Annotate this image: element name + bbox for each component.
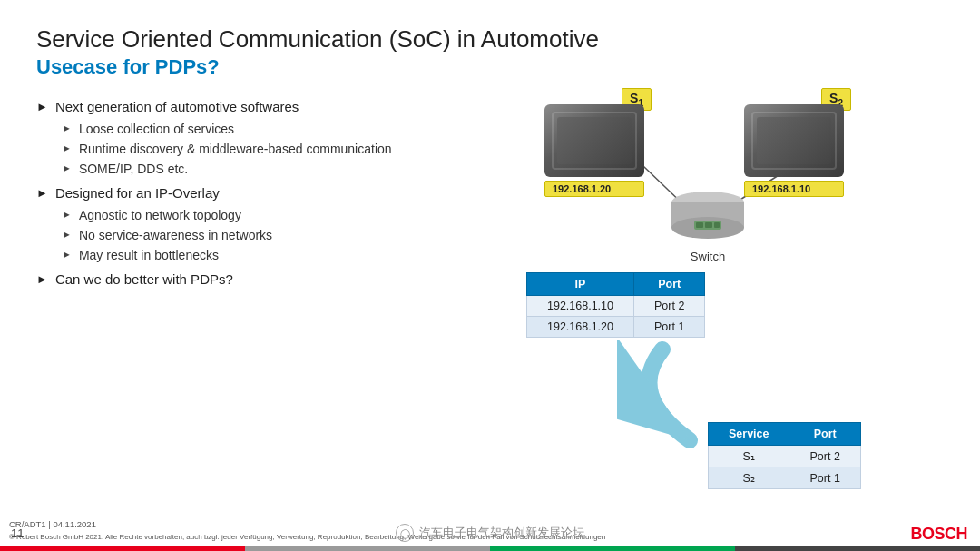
left-column: ► Next generation of automotive software…	[36, 95, 508, 540]
ip-table-row2-ip: 192.168.1.20	[527, 317, 634, 338]
bullet-group-2: ► Designed for an IP-Overlay ► Agnostic …	[36, 185, 508, 262]
svg-rect-13	[794, 130, 817, 136]
svg-point-15	[773, 148, 779, 153]
arrow-icon-l2-4: ►	[62, 209, 72, 220]
arrow-icon-l2-2: ►	[62, 143, 72, 153]
ip-port-table: IP Port 192.168.1.10 Port 2 192.168.1.20…	[526, 272, 705, 338]
switch-icon	[667, 186, 749, 241]
bullet-group-3: ► Can we do better with PDPs?	[36, 271, 508, 287]
bullet-l2-1-2: ► Runtime discovery & middleware-based c…	[62, 142, 508, 156]
arrow-icon-l2-3: ►	[62, 162, 72, 173]
forum-icon: ◯	[396, 524, 414, 542]
arrow-icon-l2-1: ►	[62, 123, 72, 133]
service-table-row-2: S₂ Port 1	[709, 467, 861, 489]
footer-center: ◯ 汽车电子电气架构创新发展论坛	[396, 524, 584, 542]
footer-bar-darkgray	[735, 546, 980, 551]
slide-subtitle: Usecase for PDPs?	[36, 55, 944, 79]
bosch-logo: BOSCH	[910, 525, 967, 544]
footer: CR/ADT1 | 04.11.2021 © Robert Bosch GmbH…	[0, 517, 980, 551]
arrow-icon-l2-6: ►	[62, 249, 72, 260]
bullet-l2-2-2-text: No service-awareness in networks	[79, 228, 272, 242]
svg-rect-14	[794, 139, 817, 145]
svg-rect-5	[594, 130, 617, 136]
footer-bar-gray	[245, 546, 490, 551]
svg-rect-12	[771, 130, 789, 143]
service-table-row-1: S₁ Port 2	[709, 446, 861, 467]
ip-table-header-port: Port	[634, 273, 705, 296]
arrow-icon-3: ►	[36, 272, 48, 286]
slide-number: 11	[11, 526, 24, 540]
svg-rect-17	[808, 146, 815, 151]
bullet-l1-1-text: Next generation of automotive softwares	[55, 99, 299, 114]
slide: Service Oriented Communication (SoC) in …	[0, 0, 980, 551]
bullet-l1-3: ► Can we do better with PDPs?	[36, 271, 508, 287]
bullet-l1-1: ► Next generation of automotive software…	[36, 99, 508, 114]
bullet-l2-2-1: ► Agnostic to network topology	[62, 208, 508, 222]
ecu1-ip: 192.168.1.20	[544, 181, 644, 197]
service-port-table: Service Port S₁ Port 2 S₂ Port 1	[708, 422, 861, 489]
svg-rect-22	[696, 222, 703, 228]
bullet-l2-1-2-text: Runtime discovery & middleware-based com…	[79, 142, 392, 156]
ip-table-row1-ip: 192.168.1.10	[527, 296, 634, 317]
bullet-l2-1-3: ► SOME/IP, DDS etc.	[62, 162, 508, 176]
svg-rect-10	[762, 121, 826, 162]
ecu2: S2 192.168.	[744, 104, 844, 197]
svg-rect-23	[705, 222, 712, 228]
bullet-l2-2-3: ► May result in bottlenecks	[62, 248, 508, 262]
ip-table-row-2: 192.168.1.20 Port 1	[527, 317, 705, 338]
ip-table-header-ip: IP	[527, 273, 634, 296]
bullet-l1-3-text: Can we do better with PDPs?	[55, 271, 233, 287]
slide-title: Service Oriented Communication (SoC) in …	[36, 25, 944, 54]
svg-point-7	[573, 148, 579, 153]
arrow-icon-2: ►	[36, 186, 48, 200]
footer-color-bar	[0, 546, 980, 551]
svg-rect-24	[714, 222, 720, 228]
bullet-l2-2-1-text: Agnostic to network topology	[79, 208, 241, 222]
bullet-l2-1-1-text: Loose collection of services	[79, 122, 234, 136]
service-table-row2-port: Port 1	[789, 467, 860, 489]
ip-table-row-1: 192.168.1.10 Port 2	[527, 296, 705, 317]
content-area: ► Next generation of automotive software…	[36, 95, 944, 540]
right-column: S1 192.168.	[526, 95, 962, 540]
ecu2-ip: 192.168.1.10	[744, 181, 844, 197]
network-switch: Switch	[667, 186, 749, 263]
service-table-row1-port: Port 2	[789, 446, 860, 467]
svg-rect-6	[594, 139, 617, 145]
service-table-row1-service: S₁	[709, 446, 789, 467]
forum-text: 汽车电子电气架构创新发展论坛	[419, 525, 584, 541]
ecu1: S1 192.168.	[544, 104, 644, 197]
bullet-l1-2: ► Designed for an IP-Overlay	[36, 185, 508, 201]
svg-rect-3	[567, 125, 622, 157]
bullet-group-1: ► Next generation of automotive software…	[36, 99, 508, 176]
bullet-l2-1-1: ► Loose collection of services	[62, 122, 508, 136]
arrow-icon-1: ►	[36, 100, 48, 113]
service-table-header-service: Service	[709, 423, 789, 446]
ip-table-row2-port: Port 1	[634, 317, 705, 338]
svg-rect-2	[563, 121, 626, 162]
bullet-l2-2-3-text: May result in bottlenecks	[79, 248, 219, 262]
service-table-header-port: Port	[789, 423, 860, 446]
service-table-row2-service: S₂	[709, 467, 789, 489]
bullet-l2-2-2: ► No service-awareness in networks	[62, 228, 508, 242]
bullet-l1-2-text: Designed for an IP-Overlay	[55, 185, 220, 201]
svg-rect-11	[767, 125, 821, 157]
svg-point-16	[782, 148, 788, 153]
svg-rect-4	[572, 130, 590, 143]
arrow-icon-l2-5: ►	[62, 229, 72, 240]
bullet-l2-1-3-text: SOME/IP, DDS etc.	[79, 162, 188, 176]
ecu1-image	[544, 104, 644, 177]
svg-point-8	[583, 148, 588, 153]
footer-bar-red	[0, 546, 245, 551]
footer-bar-green	[490, 546, 735, 551]
svg-rect-9	[608, 146, 615, 151]
ecu2-image	[744, 104, 844, 177]
network-diagram: S1 192.168.	[526, 95, 962, 540]
ip-table-row1-port: Port 2	[634, 296, 705, 317]
switch-label: Switch	[667, 250, 749, 263]
